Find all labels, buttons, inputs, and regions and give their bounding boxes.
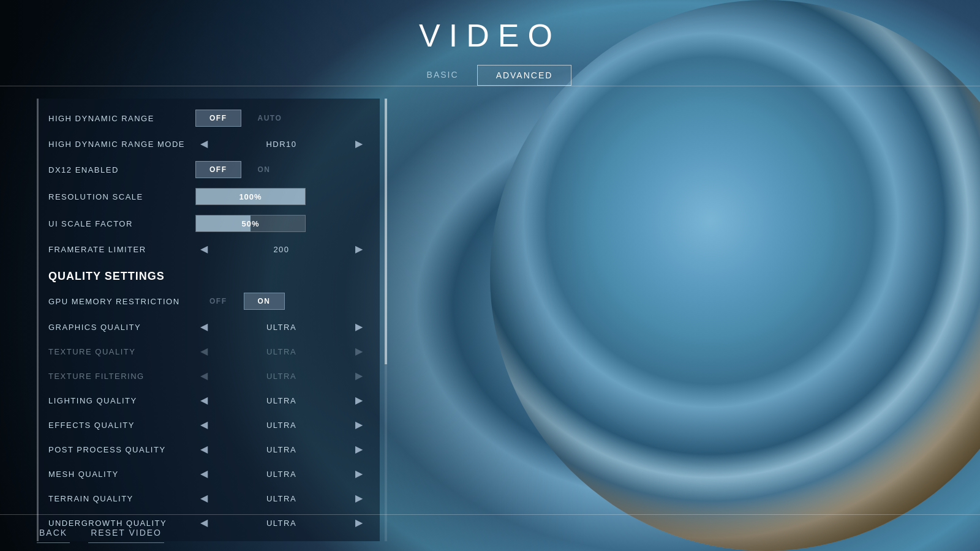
list-item: HIGH DYNAMIC RANGE OFF AUTO	[39, 105, 380, 132]
setting-label-resolution: RESOLUTION SCALE	[48, 192, 195, 201]
list-item: GRAPHICS QUALITY ◀ ULTRA ▶	[39, 315, 380, 339]
uiscale-value: 50%	[196, 219, 305, 228]
list-item: UI SCALE FACTOR 50%	[39, 210, 380, 237]
list-item: MESH QUALITY ◀ ULTRA ▶	[39, 462, 380, 486]
lighting-quality-value: ULTRA	[213, 396, 350, 405]
setting-label-lighting: LIGHTING QUALITY	[48, 396, 195, 405]
texture-quality-next[interactable]: ▶	[350, 344, 368, 359]
hdr-toggle: OFF AUTO	[195, 110, 368, 127]
hdr-mode-next[interactable]: ▶	[350, 137, 368, 151]
framerate-next[interactable]: ▶	[350, 242, 368, 257]
resolution-slider-container: 100%	[195, 188, 368, 205]
texture-filtering-prev[interactable]: ◀	[195, 369, 213, 383]
lighting-quality-prev[interactable]: ◀	[195, 393, 213, 408]
postprocess-quality-value: ULTRA	[213, 445, 350, 454]
tab-advanced[interactable]: ADVANCED	[477, 65, 572, 86]
mesh-quality-selector: ◀ ULTRA ▶	[195, 467, 368, 481]
list-item: DX12 ENABLED OFF ON	[39, 156, 380, 183]
lighting-quality-selector: ◀ ULTRA ▶	[195, 393, 368, 408]
setting-label-hdr-mode: HIGH DYNAMIC RANGE MODE	[48, 140, 195, 149]
gpu-mem-on-btn[interactable]: ON	[244, 293, 285, 310]
graphics-quality-selector: ◀ ULTRA ▶	[195, 320, 368, 334]
lighting-quality-next[interactable]: ▶	[350, 393, 368, 408]
uiscale-slider[interactable]: 50%	[195, 215, 306, 232]
setting-label-terrain: TERRAIN QUALITY	[48, 494, 195, 503]
quality-section-title: QUALITY SETTINGS	[48, 270, 165, 282]
resolution-value: 100%	[196, 192, 305, 201]
terrain-quality-value: ULTRA	[213, 494, 350, 503]
back-button[interactable]: BACK	[37, 523, 70, 543]
texture-filtering-next[interactable]: ▶	[350, 369, 368, 383]
list-item: FRAMERATE LIMITER ◀ 200 ▶	[39, 237, 380, 261]
framerate-prev[interactable]: ◀	[195, 242, 213, 257]
gpu-mem-toggle: OFF ON	[195, 293, 368, 310]
setting-label-framerate: FRAMERATE LIMITER	[48, 245, 195, 254]
mesh-quality-prev[interactable]: ◀	[195, 467, 213, 481]
mesh-quality-next[interactable]: ▶	[350, 467, 368, 481]
postprocess-quality-selector: ◀ ULTRA ▶	[195, 442, 368, 457]
postprocess-quality-prev[interactable]: ◀	[195, 442, 213, 457]
hdr-auto-btn[interactable]: AUTO	[244, 110, 296, 127]
texture-filtering-selector: ◀ ULTRA ▶	[195, 369, 368, 383]
list-item: HIGH DYNAMIC RANGE MODE ◀ HDR10 ▶	[39, 132, 380, 156]
list-item: EFFECTS QUALITY ◀ ULTRA ▶	[39, 413, 380, 437]
texture-quality-value: ULTRA	[213, 347, 350, 356]
setting-label-dx12: DX12 ENABLED	[48, 165, 195, 174]
framerate-value: 200	[213, 245, 350, 254]
texture-quality-prev[interactable]: ◀	[195, 344, 213, 359]
terrain-quality-prev[interactable]: ◀	[195, 491, 213, 506]
hdr-mode-prev[interactable]: ◀	[195, 137, 213, 151]
effects-quality-selector: ◀ ULTRA ▶	[195, 418, 368, 432]
dx12-on-btn[interactable]: ON	[244, 161, 285, 178]
setting-label-mesh: MESH QUALITY	[48, 470, 195, 479]
effects-quality-prev[interactable]: ◀	[195, 418, 213, 432]
tab-basic[interactable]: BASIC	[409, 65, 477, 86]
setting-label-hdr: HIGH DYNAMIC RANGE	[48, 114, 195, 123]
settings-panel: HIGH DYNAMIC RANGE OFF AUTO HIGH DYNAMIC…	[37, 99, 380, 541]
gpu-mem-off-btn[interactable]: OFF	[195, 293, 241, 310]
graphics-quality-value: ULTRA	[213, 323, 350, 332]
graphics-quality-prev[interactable]: ◀	[195, 320, 213, 334]
terrain-quality-selector: ◀ ULTRA ▶	[195, 491, 368, 506]
setting-label-effects: EFFECTS QUALITY	[48, 421, 195, 430]
hdr-mode-selector: ◀ HDR10 ▶	[195, 137, 368, 151]
scrollbar-thumb[interactable]	[385, 99, 387, 364]
framerate-selector: ◀ 200 ▶	[195, 242, 368, 257]
scrollbar[interactable]	[385, 99, 387, 541]
setting-label-graphics: GRAPHICS QUALITY	[48, 323, 195, 332]
texture-quality-selector: ◀ ULTRA ▶	[195, 344, 368, 359]
setting-label-uiscale: UI SCALE FACTOR	[48, 219, 195, 228]
list-item: TERRAIN QUALITY ◀ ULTRA ▶	[39, 486, 380, 511]
reset-video-button[interactable]: RESET VIDEO	[88, 523, 164, 543]
mesh-quality-value: ULTRA	[213, 470, 350, 479]
page-title: VIDEO	[419, 17, 561, 54]
hdr-mode-value: HDR10	[213, 140, 350, 149]
content-area: HIGH DYNAMIC RANGE OFF AUTO HIGH DYNAMIC…	[0, 86, 980, 551]
setting-label-gpu-mem: GPU MEMORY RESTRICTION	[48, 297, 195, 306]
uiscale-slider-container: 50%	[195, 215, 368, 232]
dx12-toggle: OFF ON	[195, 161, 368, 178]
effects-quality-next[interactable]: ▶	[350, 418, 368, 432]
effects-quality-value: ULTRA	[213, 421, 350, 430]
list-item: TEXTURE FILTERING ◀ ULTRA ▶	[39, 364, 380, 388]
bottom-bar: BACK RESET VIDEO	[0, 514, 980, 551]
list-item: RESOLUTION SCALE 100%	[39, 183, 380, 210]
tab-bar: BASIC ADVANCED	[409, 65, 572, 86]
hdr-off-btn[interactable]: OFF	[195, 110, 241, 127]
list-item: GPU MEMORY RESTRICTION OFF ON	[39, 288, 380, 315]
setting-label-postprocess: POST PROCESS QUALITY	[48, 445, 195, 454]
resolution-slider[interactable]: 100%	[195, 188, 306, 205]
texture-filtering-value: ULTRA	[213, 372, 350, 381]
list-item: POST PROCESS QUALITY ◀ ULTRA ▶	[39, 437, 380, 462]
quality-section-header: QUALITY SETTINGS	[39, 261, 380, 288]
graphics-quality-next[interactable]: ▶	[350, 320, 368, 334]
list-item: TEXTURE QUALITY ◀ ULTRA ▶	[39, 339, 380, 364]
setting-label-texture-quality: TEXTURE QUALITY	[48, 347, 195, 356]
postprocess-quality-next[interactable]: ▶	[350, 442, 368, 457]
setting-label-texture-filtering: TEXTURE FILTERING	[48, 372, 195, 381]
list-item: LIGHTING QUALITY ◀ ULTRA ▶	[39, 388, 380, 413]
main-panel: VIDEO BASIC ADVANCED HIGH DYNAMIC RANGE …	[0, 0, 980, 551]
dx12-off-btn[interactable]: OFF	[195, 161, 241, 178]
terrain-quality-next[interactable]: ▶	[350, 491, 368, 506]
